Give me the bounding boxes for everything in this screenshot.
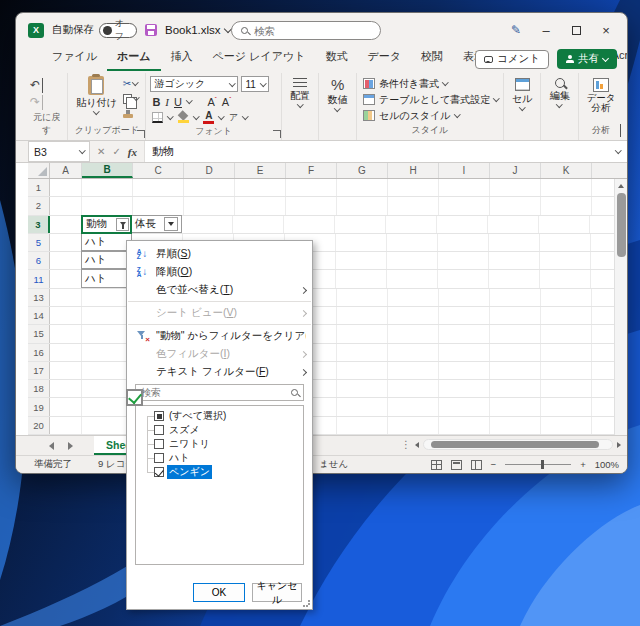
cell-H2[interactable] (388, 197, 439, 214)
cell-A1[interactable] (50, 179, 82, 196)
zoom-level[interactable]: 100% (595, 459, 619, 470)
scroll-up-button[interactable] (615, 179, 627, 192)
vertical-scroll-thumb[interactable] (617, 193, 626, 257)
cell-K16[interactable] (541, 344, 592, 361)
cancel-button[interactable]: キャンセル (252, 583, 302, 602)
share-button[interactable]: 共有 (557, 49, 617, 69)
zoom-slider-thumb[interactable] (541, 460, 544, 469)
column-header-F[interactable]: F (286, 163, 337, 178)
cell-J1[interactable] (490, 179, 541, 196)
filter-value-item-1[interactable]: スズメ (142, 423, 301, 437)
select-all-corner[interactable] (28, 163, 50, 178)
cell-G17[interactable] (337, 362, 388, 379)
filter-menu-item-2[interactable]: 色で並べ替え(T) (127, 281, 312, 299)
cell-K20[interactable] (541, 417, 592, 434)
cell-A14[interactable] (50, 307, 82, 324)
column-header-A[interactable]: A (50, 163, 82, 178)
cell-J3[interactable] (488, 216, 539, 233)
cell-B1[interactable] (82, 179, 133, 196)
insert-function-button[interactable]: fx (128, 146, 137, 158)
cell-H11[interactable] (387, 270, 438, 287)
filter-menu-item-1[interactable]: ZA↓降順(O) (127, 263, 312, 281)
row-header-17[interactable]: 17 (28, 362, 50, 379)
cell-J19[interactable] (490, 398, 541, 415)
row-header-18[interactable]: 18 (28, 380, 50, 397)
checkbox-unchecked-icon[interactable] (154, 439, 164, 449)
column-header-E[interactable]: E (235, 163, 286, 178)
next-sheet-button[interactable] (68, 442, 73, 450)
filter-search-box[interactable] (135, 384, 304, 401)
font-color-icon[interactable]: A (203, 112, 214, 124)
underline-button[interactable]: U (174, 96, 182, 108)
cell-K5[interactable] (540, 234, 591, 251)
cell-H14[interactable] (388, 307, 439, 324)
cell-K6[interactable] (540, 252, 591, 269)
cell-A3[interactable] (50, 216, 82, 233)
ribbon-tab-1[interactable]: ホーム (107, 45, 161, 71)
cell-J11[interactable] (489, 270, 540, 287)
cell-G6[interactable] (336, 252, 387, 269)
zoom-in-button[interactable]: + (580, 459, 586, 470)
cell-H1[interactable] (388, 179, 439, 196)
formula-input[interactable]: 動物 (145, 141, 609, 162)
grow-font-button[interactable]: Aˆ (207, 96, 216, 108)
phonetic-button[interactable]: ア (229, 111, 238, 124)
filter-menu-item-6[interactable]: テキスト フィルター(F) (127, 363, 312, 381)
cell-G11[interactable] (336, 270, 387, 287)
cell-G3[interactable] (335, 216, 386, 233)
format-painter-button[interactable] (123, 107, 139, 120)
cell-A15[interactable] (50, 325, 82, 342)
filter-menu-item-4[interactable]: ×"動物" からフィルターをクリア(C) (127, 327, 312, 345)
resize-grip[interactable] (303, 600, 310, 607)
cell-F1[interactable] (286, 179, 337, 196)
autosave-toggle[interactable]: オフ (99, 23, 137, 38)
cell-F3[interactable] (284, 216, 335, 233)
cell-J13[interactable] (490, 289, 541, 306)
redo-button[interactable]: ↷ (30, 95, 43, 109)
vertical-scrollbar[interactable] (614, 179, 627, 435)
splitter-handle[interactable]: ⋮ (401, 439, 411, 450)
row-header-5[interactable]: 5 (28, 234, 50, 251)
alignment-button[interactable]: 配置 (290, 74, 310, 139)
cell-I17[interactable] (439, 362, 490, 379)
font-dialog-launcher[interactable] (273, 130, 281, 138)
cell-K19[interactable] (541, 398, 592, 415)
row-header-6[interactable]: 6 (28, 252, 50, 269)
cell-K15[interactable] (541, 325, 592, 342)
search-box[interactable] (231, 21, 381, 40)
filter-search-input[interactable] (141, 387, 287, 398)
cell-B2[interactable] (82, 197, 133, 214)
close-button[interactable]: × (591, 15, 621, 45)
ok-button[interactable]: OK (193, 583, 245, 602)
cell-styles-button[interactable]: セルのスタイル (363, 108, 459, 123)
undo-button[interactable]: ↶ (30, 78, 43, 92)
cell-G18[interactable] (337, 380, 388, 397)
cell-I20[interactable] (439, 417, 490, 434)
font-size-select[interactable]: 11 (241, 76, 269, 92)
ribbon-tab-0[interactable]: ファイル (42, 45, 107, 71)
cell-H13[interactable] (388, 289, 439, 306)
cell-I18[interactable] (439, 380, 490, 397)
cell-K14[interactable] (541, 307, 592, 324)
row-header-19[interactable]: 19 (28, 398, 50, 415)
cell-H3[interactable] (386, 216, 437, 233)
zoom-out-button[interactable]: − (491, 459, 497, 470)
minimize-button[interactable]: – (531, 15, 561, 45)
cell-J16[interactable] (490, 344, 541, 361)
shrink-font-button[interactable]: Aˇ (222, 96, 231, 108)
cancel-entry-icon[interactable]: ✕ (97, 146, 105, 157)
cells-button[interactable]: セル (512, 74, 532, 139)
zoom-slider[interactable] (505, 464, 571, 465)
editing-button[interactable]: 編集 (550, 74, 570, 139)
cell-J2[interactable] (490, 197, 541, 214)
row-header-13[interactable]: 13 (28, 289, 50, 306)
document-title[interactable]: Book1.xlsx (165, 24, 231, 36)
filter-value-list[interactable]: (すべて選択)スズメニワトリハトペンギン (135, 405, 304, 565)
comments-button[interactable]: コメント (475, 50, 549, 69)
column-header-J[interactable]: J (490, 163, 541, 178)
row-header-3[interactable]: 3 (28, 216, 50, 233)
bold-button[interactable]: B (152, 96, 160, 108)
expand-formula-bar-button[interactable] (609, 141, 627, 162)
cell-H5[interactable] (387, 234, 438, 251)
cell-G1[interactable] (337, 179, 388, 196)
